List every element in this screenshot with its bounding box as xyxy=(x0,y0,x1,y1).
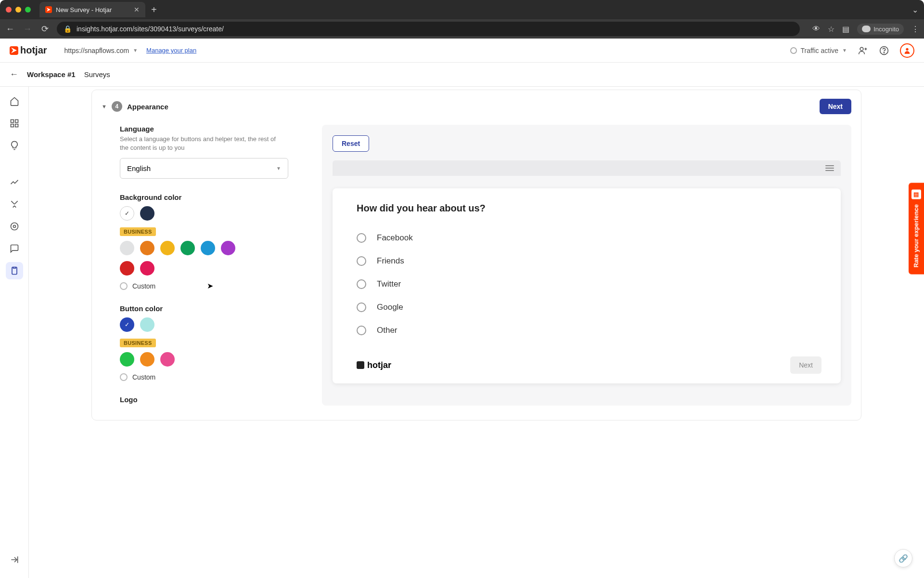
bgcolor-label: Background color xyxy=(120,193,303,201)
option-label: Google xyxy=(377,302,403,312)
preview-brand: hotjar xyxy=(357,360,391,370)
option-label: Friends xyxy=(377,256,404,266)
rail-highlights-icon[interactable] xyxy=(6,137,23,154)
svg-rect-5 xyxy=(15,120,18,123)
url-field[interactable]: 🔒 insights.hotjar.com/sites/3090413/surv… xyxy=(57,22,800,36)
rail-surveys-icon[interactable] xyxy=(6,262,23,279)
btncolor-custom-radio[interactable]: Custom xyxy=(120,373,303,381)
step-number-badge: 4 xyxy=(112,101,122,112)
swatch-red[interactable] xyxy=(120,261,134,276)
svg-rect-7 xyxy=(15,124,18,127)
panel-title: Appearance xyxy=(127,103,168,111)
survey-option[interactable]: Facebook xyxy=(357,226,821,250)
swatch-amber[interactable] xyxy=(160,241,175,255)
language-select[interactable]: English ▼ xyxy=(120,158,288,179)
chevron-down-icon[interactable]: ⌄ xyxy=(912,5,918,14)
back-arrow-icon[interactable]: ← xyxy=(10,69,18,79)
survey-option[interactable]: Google xyxy=(357,296,821,319)
section-next-button[interactable]: Next xyxy=(820,99,851,114)
language-desc: Select a language for buttons and helper… xyxy=(120,135,279,152)
swatch-navy[interactable] xyxy=(140,206,154,221)
breadcrumb-section[interactable]: Surveys xyxy=(84,70,110,79)
swatch-btn-blue[interactable]: ✓ xyxy=(120,317,134,332)
tab-close-icon[interactable]: ✕ xyxy=(134,6,140,13)
custom-label: Custom xyxy=(132,373,155,381)
swatch-btn-aqua[interactable] xyxy=(140,317,154,332)
rate-experience-tab[interactable]: Rate your experience ▤ xyxy=(909,183,924,275)
swatch-orange[interactable] xyxy=(140,241,154,255)
browser-tab[interactable]: New Survey - Hotjar ✕ xyxy=(39,2,145,17)
radio-icon xyxy=(357,279,366,289)
window-maximize[interactable] xyxy=(25,7,31,13)
rail-trends-icon[interactable] xyxy=(6,173,23,191)
brand-text: hotjar xyxy=(20,45,47,56)
swatch-green[interactable] xyxy=(180,241,195,255)
business-badge: BUSINESS xyxy=(120,339,156,347)
swatch-white[interactable]: ✓ xyxy=(120,206,134,221)
link-fab[interactable]: 🔗 xyxy=(894,549,912,567)
swatch-btn-orange[interactable] xyxy=(140,352,154,367)
drag-handle-icon[interactable] xyxy=(825,165,834,171)
option-label: Other xyxy=(377,326,398,335)
swatch-purple[interactable] xyxy=(221,241,235,255)
breadcrumb-workspace[interactable]: Workspace #1 xyxy=(27,70,76,79)
kebab-menu-icon[interactable]: ⋮ xyxy=(911,25,919,34)
survey-option[interactable]: Twitter xyxy=(357,273,821,296)
rail-feedback-icon[interactable] xyxy=(6,240,23,257)
help-icon[interactable] xyxy=(879,45,889,56)
new-tab-button[interactable]: + xyxy=(151,4,157,15)
svg-rect-4 xyxy=(11,120,13,123)
swatch-btn-pink[interactable] xyxy=(160,352,175,367)
rail-recordings-icon[interactable] xyxy=(6,218,23,235)
survey-option[interactable]: Other xyxy=(357,319,821,342)
star-icon[interactable]: ☆ xyxy=(828,25,834,34)
svg-point-0 xyxy=(860,47,863,51)
radio-icon xyxy=(357,302,366,312)
nav-reload-icon[interactable]: ⟳ xyxy=(39,24,50,34)
preview-next-button[interactable]: Next xyxy=(790,356,821,374)
tab-favicon xyxy=(45,6,52,13)
url-text: insights.hotjar.com/sites/3090413/survey… xyxy=(77,25,224,33)
window-minimize[interactable] xyxy=(15,7,21,13)
extension-icon[interactable]: ▤ xyxy=(842,25,849,34)
traffic-status[interactable]: Traffic active ▼ xyxy=(790,47,847,54)
window-close[interactable] xyxy=(6,7,12,13)
swatch-btn-green[interactable] xyxy=(120,352,134,367)
svg-point-9 xyxy=(13,225,15,228)
user-avatar[interactable] xyxy=(900,43,914,58)
eye-off-icon[interactable]: 👁 xyxy=(812,25,820,33)
incognito-badge[interactable]: Incognito xyxy=(857,24,904,35)
invite-user-icon[interactable] xyxy=(858,45,868,56)
btncolor-label: Button color xyxy=(120,304,303,313)
hotjar-logo[interactable]: hotjar xyxy=(10,45,47,56)
swatch-pink[interactable] xyxy=(140,261,154,276)
nav-back-icon[interactable]: ← xyxy=(5,24,15,34)
flame-icon xyxy=(357,361,364,369)
site-url: https://snapflows.com xyxy=(64,47,129,54)
manage-plan-link[interactable]: Manage your plan xyxy=(146,47,196,54)
business-badge: BUSINESS xyxy=(120,227,156,236)
collapse-toggle-icon[interactable]: ▼ xyxy=(102,104,107,109)
radio-icon xyxy=(357,233,366,243)
bgcolor-custom-radio[interactable]: Custom xyxy=(120,282,303,290)
language-label: Language xyxy=(120,125,303,133)
tab-title: New Survey - Hotjar xyxy=(56,6,112,13)
svg-point-3 xyxy=(906,48,908,50)
flame-icon xyxy=(10,46,18,55)
nav-forward-icon: → xyxy=(22,24,33,34)
preview-toolbar xyxy=(333,160,841,176)
chevron-down-icon: ▼ xyxy=(133,48,138,53)
radio-icon xyxy=(120,373,128,381)
reset-button[interactable]: Reset xyxy=(333,135,369,152)
site-switcher[interactable]: https://snapflows.com ▼ xyxy=(64,47,138,54)
option-label: Facebook xyxy=(377,233,413,243)
chevron-down-icon: ▼ xyxy=(276,166,281,171)
rail-funnels-icon[interactable] xyxy=(6,196,23,213)
swatch-grey[interactable] xyxy=(120,241,134,255)
incognito-icon xyxy=(862,26,871,32)
swatch-blue[interactable] xyxy=(201,241,215,255)
rail-dashboard-icon[interactable] xyxy=(6,115,23,132)
rail-home-icon[interactable] xyxy=(6,92,23,110)
survey-option[interactable]: Friends xyxy=(357,250,821,273)
rail-expand-icon[interactable] xyxy=(6,551,23,568)
